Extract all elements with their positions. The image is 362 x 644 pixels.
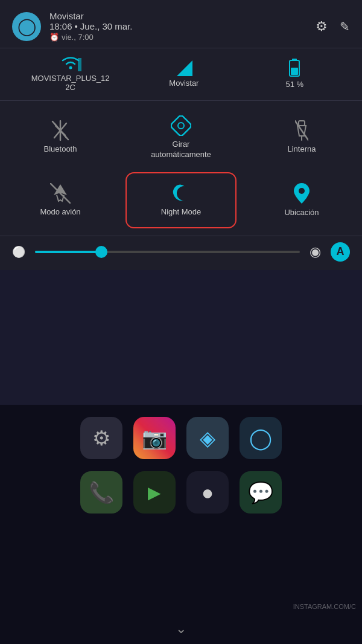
alarm-icon: ⏰	[49, 33, 59, 42]
flashlight-icon	[295, 120, 308, 141]
app-samsung2[interactable]: ◯	[240, 417, 282, 459]
signal-tile[interactable]: Movistar	[148, 59, 220, 88]
quick-settings: Bluetooth Girar automáticamente Linterna	[0, 101, 362, 236]
brightness-low-icon: ⚪	[12, 245, 25, 259]
notification-panel: ◯ Movistar 18:06 • Jue., 30 mar. ⏰ vie.,…	[0, 0, 362, 270]
alarm-row: ⏰ vie., 7:00	[49, 33, 307, 42]
settings-app-icon: ⚙	[80, 417, 122, 459]
avatar: ◯	[12, 12, 41, 41]
svg-marker-2	[177, 60, 192, 76]
camera-app-icon: ●	[186, 471, 229, 514]
edit-button[interactable]: ✎	[340, 19, 350, 34]
header: ◯ Movistar 18:06 • Jue., 30 mar. ⏰ vie.,…	[0, 0, 362, 48]
svg-marker-1	[78, 58, 81, 71]
app-icons-row2: 📞 ▶ ● 💬	[0, 465, 362, 520]
app-camera[interactable]: ●	[186, 471, 229, 514]
airplane-tile[interactable]: Modo avión	[0, 170, 121, 231]
nightmode-icon	[172, 183, 190, 204]
app-phone[interactable]: 📞	[80, 471, 122, 514]
brightness-slider[interactable]	[35, 251, 300, 253]
header-info: Movistar 18:06 • Jue., 30 mar. ⏰ vie., 7…	[49, 11, 307, 42]
location-icon	[293, 182, 310, 204]
battery-label: 51 %	[285, 80, 303, 89]
app-settings[interactable]: ⚙	[80, 417, 122, 459]
battery-icon	[288, 58, 301, 77]
svg-rect-11	[171, 115, 191, 136]
location-tile[interactable]: Ubicación	[241, 170, 362, 231]
samsung2-app-icon: ◯	[240, 417, 282, 459]
battery-tile[interactable]: 51 %	[258, 58, 331, 89]
app-whatsapp[interactable]: 💬	[240, 471, 282, 514]
svg-point-0	[69, 66, 72, 69]
flashlight-label: Linterna	[288, 144, 316, 155]
samsung1-app-icon: ◈	[186, 417, 229, 459]
bluetooth-tile[interactable]: Bluetooth	[0, 106, 121, 170]
time: 18:06	[49, 21, 72, 31]
instagram-app-icon: 📷	[133, 417, 176, 459]
rotate-label: Girar automáticamente	[151, 140, 211, 160]
whatsapp-app-icon: 💬	[240, 471, 282, 514]
carrier-name: Movistar	[49, 11, 307, 21]
watermark: INSTAGRAM.COM/C	[293, 603, 356, 610]
avatar-icon: ◯	[17, 16, 36, 36]
signal-icon	[176, 59, 192, 76]
separator: •	[75, 21, 78, 31]
header-actions: ⚙ ✎	[316, 19, 350, 34]
app-samsung1[interactable]: ◈	[186, 417, 229, 459]
airplane-label: Modo avión	[40, 207, 80, 217]
svg-rect-13	[299, 121, 305, 126]
rotate-tile[interactable]: Girar automáticamente	[121, 106, 241, 170]
wifi-tile[interactable]: MOVISTAR_PLUS_12 2C	[31, 54, 110, 92]
wifi-icon	[60, 54, 81, 71]
rotate-icon	[171, 115, 191, 136]
airplane-icon	[50, 183, 71, 204]
svg-point-12	[178, 123, 184, 129]
playstore-app-icon: ▶	[133, 471, 176, 514]
network-tiles: MOVISTAR_PLUS_12 2C Movistar 51 %	[0, 48, 362, 100]
svg-rect-5	[291, 68, 298, 75]
nightmode-label: Night Mode	[161, 207, 201, 217]
svg-rect-4	[292, 59, 297, 61]
app-instagram[interactable]: 📷	[133, 417, 176, 459]
date: Jue., 30 mar.	[80, 21, 133, 31]
bluetooth-icon	[51, 120, 69, 141]
phone-app-icon: 📞	[80, 471, 122, 514]
nav-chevron-icon[interactable]: ⌄	[176, 621, 186, 637]
brightness-auto-button[interactable]: A	[331, 242, 350, 262]
settings-button[interactable]: ⚙	[316, 19, 328, 34]
app-icons-row1: ⚙ 📷 ◈ ◯	[0, 405, 362, 465]
location-label: Ubicación	[284, 208, 319, 218]
brightness-row: ⚪ ◉ A	[0, 236, 362, 270]
nightmode-tile[interactable]: Night Mode	[125, 172, 237, 228]
nav-bar: ⌄	[0, 614, 362, 644]
app-playstore[interactable]: ▶	[133, 471, 176, 514]
flashlight-tile[interactable]: Linterna	[241, 106, 362, 170]
time-date: 18:06 • Jue., 30 mar.	[49, 21, 307, 31]
bluetooth-label: Bluetooth	[44, 144, 77, 155]
brightness-fill	[35, 251, 101, 253]
brightness-thumb	[95, 246, 107, 258]
wifi-label: MOVISTAR_PLUS_12 2C	[31, 74, 110, 92]
brightness-high-icon: ◉	[310, 244, 321, 260]
alarm-time: vie., 7:00	[62, 33, 94, 42]
signal-label: Movistar	[169, 79, 198, 88]
svg-point-18	[299, 188, 305, 194]
